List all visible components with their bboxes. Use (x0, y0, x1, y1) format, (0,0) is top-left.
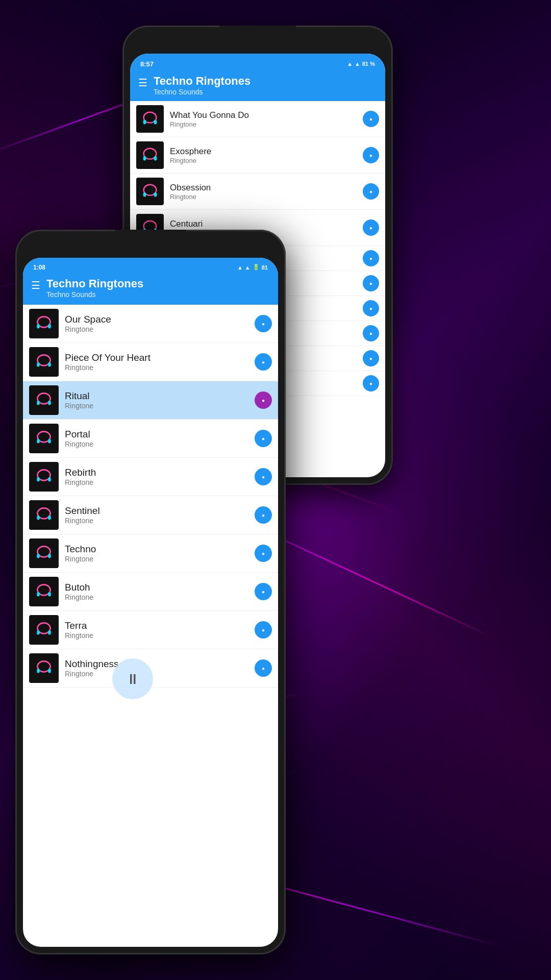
front-thumb-1 (29, 347, 59, 377)
front-item-text-0: Our Space Ringtone (65, 314, 255, 333)
front-item-title-2: Ritual (65, 390, 255, 402)
pause-icon: ⏸ (126, 671, 140, 688)
back-list-item[interactable]: What You Gonna Do Ringtone (130, 101, 385, 137)
front-play-btn-7[interactable] (255, 583, 272, 600)
back-thumb-0 (136, 105, 164, 133)
back-item-text-0: What You Gonna Do Ringtone (170, 110, 363, 128)
front-header-text: Techno Ringtones Techno Sounds (46, 277, 143, 299)
back-play-btn-3[interactable] (363, 219, 379, 236)
front-item-title-9: Nothingness (65, 658, 255, 670)
front-app-subtitle: Techno Sounds (46, 290, 143, 299)
front-item-sub-9: Ringtone (65, 670, 255, 678)
phone-front: 1:08 ▲ ▲ 🔋 81 ☰ Techno Ringtones Techno … (15, 230, 286, 954)
front-item-sub-7: Ringtone (65, 593, 255, 601)
front-item-text-1: Piece Of Your Heart Ringtone (65, 352, 255, 372)
back-item-title-1: Exosphere (170, 146, 363, 157)
back-play-btn-4[interactable] (363, 250, 379, 266)
front-play-btn-1[interactable] (255, 353, 272, 371)
back-header: ☰ Techno Ringtones Techno Sounds (130, 71, 385, 101)
front-item-text-4: Rebirth Ringtone (65, 467, 255, 486)
back-list-item[interactable]: Exosphere Ringtone (130, 137, 385, 174)
front-header: ☰ Techno Ringtones Techno Sounds (23, 274, 278, 305)
svg-rect-23 (48, 401, 51, 405)
svg-rect-50 (37, 669, 39, 673)
front-item-text-3: Portal Ringtone (65, 429, 255, 448)
back-battery: 81 % (362, 61, 375, 67)
front-play-btn-0[interactable] (255, 315, 272, 332)
front-item-sub-0: Ringtone (65, 325, 255, 333)
front-thumb-6 (29, 538, 59, 568)
svg-rect-35 (48, 516, 51, 520)
front-list-item-0[interactable]: Our Space Ringtone (23, 305, 278, 343)
front-list-item-5[interactable]: Sentinel Ringtone (23, 496, 278, 534)
svg-rect-14 (37, 324, 39, 328)
back-play-btn-0[interactable] (363, 111, 379, 127)
back-play-btn-5[interactable] (363, 275, 379, 291)
back-menu-icon[interactable]: ☰ (138, 75, 147, 89)
back-play-btn-6[interactable] (363, 300, 379, 316)
svg-rect-26 (37, 439, 39, 443)
front-menu-icon[interactable]: ☰ (31, 277, 40, 291)
front-list-item-4[interactable]: Rebirth Ringtone (23, 458, 278, 496)
front-status-right: ▲ ▲ 🔋 81 (237, 264, 268, 271)
front-item-sub-8: Ringtone (65, 631, 255, 640)
front-play-btn-3[interactable] (255, 430, 272, 447)
front-item-title-5: Sentinel (65, 505, 255, 517)
back-status-bar: 8:57 ▲ ▲ 81 % (130, 54, 385, 71)
back-thumb-2 (136, 178, 164, 205)
front-play-btn-8[interactable] (255, 621, 272, 639)
back-item-sub-1: Ringtone (170, 157, 363, 164)
svg-rect-18 (37, 362, 39, 366)
svg-rect-1 (143, 120, 146, 125)
svg-rect-46 (37, 630, 39, 634)
front-thumb-3 (29, 424, 59, 453)
front-item-title-6: Techno (65, 544, 255, 555)
svg-rect-34 (37, 516, 39, 520)
svg-rect-22 (37, 401, 39, 405)
svg-rect-2 (154, 120, 157, 125)
front-thumb-9 (29, 653, 59, 683)
front-list-item-7[interactable]: Butoh Ringtone (23, 573, 278, 611)
svg-rect-38 (37, 554, 39, 558)
front-item-text-6: Techno Ringtone (65, 544, 255, 563)
svg-rect-8 (154, 192, 157, 197)
svg-rect-42 (37, 592, 39, 596)
front-play-btn-9[interactable] (255, 659, 272, 677)
front-item-text-8: Terra Ringtone (65, 620, 255, 640)
front-play-btn-2[interactable] (255, 391, 272, 409)
front-item-title-4: Rebirth (65, 467, 255, 478)
front-play-btn-4[interactable] (255, 468, 272, 485)
back-phone-notch (219, 26, 296, 40)
front-item-sub-1: Ringtone (65, 363, 255, 372)
back-item-title-0: What You Gonna Do (170, 110, 363, 120)
front-thumb-8 (29, 615, 59, 645)
back-play-btn-9[interactable] (363, 375, 379, 391)
back-play-btn-1[interactable] (363, 147, 379, 163)
back-app-title: Techno Ringtones (154, 75, 251, 88)
front-item-sub-4: Ringtone (65, 478, 255, 486)
front-play-btn-6[interactable] (255, 545, 272, 562)
pause-button[interactable]: ⏸ (112, 658, 153, 699)
back-list-item[interactable]: Obsession Ringtone (130, 174, 385, 210)
svg-rect-43 (48, 592, 51, 596)
front-list-item-2[interactable]: Ritual Ringtone (23, 381, 278, 420)
back-status-right: ▲ ▲ 81 % (347, 61, 375, 67)
front-item-sub-3: Ringtone (65, 440, 255, 448)
front-thumb-2 (29, 385, 59, 415)
front-list-item-8[interactable]: Terra Ringtone (23, 611, 278, 649)
back-play-btn-8[interactable] (363, 350, 379, 366)
back-item-sub-0: Ringtone (170, 120, 363, 128)
front-list-item-3[interactable]: Portal Ringtone (23, 420, 278, 458)
front-thumb-5 (29, 500, 59, 530)
front-item-title-3: Portal (65, 429, 255, 440)
front-item-text-2: Ritual Ringtone (65, 390, 255, 410)
front-list-item-1[interactable]: Piece Of Your Heart Ringtone (23, 343, 278, 381)
front-list-item-6[interactable]: Techno Ringtone (23, 534, 278, 573)
back-play-btn-2[interactable] (363, 183, 379, 200)
back-play-btn-7[interactable] (363, 325, 379, 341)
front-battery: 81 (262, 264, 268, 271)
front-play-btn-5[interactable] (255, 506, 272, 524)
back-item-title-2: Obsession (170, 183, 363, 193)
svg-rect-47 (48, 630, 51, 634)
front-signal-icon: ▲ (237, 264, 243, 271)
